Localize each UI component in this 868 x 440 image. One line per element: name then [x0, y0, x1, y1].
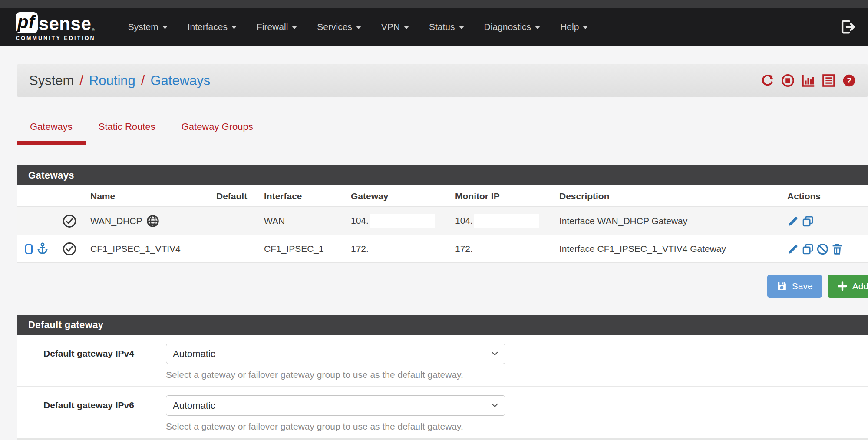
col-select: [17, 185, 52, 207]
breadcrumb-gateways-link[interactable]: Gateways: [150, 73, 210, 89]
tab-gateway-groups[interactable]: Gateway Groups: [168, 121, 266, 145]
edit-pencil-icon[interactable]: [787, 215, 799, 227]
gateway-row-cf1-ipsec: CF1_IPSEC_1_VTIV4 CF1_IPSEC_1 172. 172. …: [17, 235, 868, 263]
default-gateway-ipv6-label: Default gateway IPv6: [43, 395, 166, 432]
tab-static-routes[interactable]: Static Routes: [86, 121, 168, 145]
col-name: Name: [87, 185, 213, 207]
menu-item-interfaces[interactable]: Interfaces: [178, 8, 247, 46]
menu-item-firewall[interactable]: Firewall: [247, 8, 307, 46]
default-cell: [213, 207, 261, 235]
menu-item-diagnostics[interactable]: Diagnostics: [474, 8, 551, 46]
monitor-ip-cell: 172.: [452, 235, 556, 263]
table-actions-row: Save Add: [17, 275, 868, 298]
default-gateway-ipv4-select[interactable]: Automatic: [166, 344, 505, 364]
globe-icon: [146, 215, 159, 228]
name-cell: CF1_IPSEC_1_VTIV4: [87, 235, 213, 263]
log-icon[interactable]: [822, 74, 835, 87]
menu-item-help[interactable]: Help: [550, 8, 598, 46]
form-row-ipv4: Default gateway IPv4 Automatic Select a …: [17, 335, 868, 386]
status-cell: [52, 235, 87, 263]
check-circle-icon: [63, 215, 76, 225]
interface-cell: WAN: [261, 207, 347, 235]
default-gateway-ipv6-help: Select a gateway or failover gateway gro…: [166, 421, 505, 432]
menu-label: Firewall: [257, 22, 288, 32]
col-default: Default: [213, 185, 261, 207]
breadcrumb-system: System: [29, 73, 74, 89]
gateways-table: Name Default Interface Gateway Monitor I…: [17, 185, 868, 263]
logo-registered-mark: ®: [92, 28, 95, 32]
default-gateway-ipv4-help: Select a gateway or failover gateway gro…: [166, 370, 505, 380]
pfsense-logo[interactable]: pfsense® COMMUNITY EDITION: [16, 12, 96, 41]
status-cell: [52, 207, 87, 235]
menu-item-services[interactable]: Services: [307, 8, 371, 46]
row-checkbox[interactable]: [25, 244, 33, 254]
chevron-down-icon: [459, 26, 464, 29]
breadcrumb-separator: /: [79, 73, 83, 89]
save-button[interactable]: Save: [767, 275, 822, 298]
default-gateway-ipv4-label: Default gateway IPv4: [43, 344, 166, 380]
chevron-down-icon: [162, 26, 168, 29]
add-button[interactable]: Add: [828, 275, 868, 298]
menu-label: Interfaces: [188, 22, 228, 32]
check-circle-icon: [63, 243, 76, 253]
row-select-cell: [17, 207, 52, 235]
gateways-panel-title: Gateways: [17, 165, 868, 185]
form-row-ipv6: Default gateway IPv6 Automatic Select a …: [17, 386, 868, 438]
description-cell: Interface WAN_DHCP Gateway: [556, 207, 784, 235]
copy-icon[interactable]: [802, 215, 814, 227]
refresh-icon[interactable]: [761, 74, 774, 87]
chevron-down-icon: [231, 26, 237, 29]
page-content: System / Routing / Gateways: [17, 64, 868, 440]
logo-edition: COMMUNITY EDITION: [16, 36, 96, 41]
logo-sense: sense: [39, 15, 92, 33]
table-header-row: Name Default Interface Gateway Monitor I…: [17, 185, 868, 207]
breadcrumb-separator: /: [141, 73, 145, 89]
menu-label: Services: [317, 22, 352, 32]
gateway-name: WAN_DHCP: [90, 216, 142, 226]
redaction-box: [370, 214, 435, 228]
col-monitor-ip: Monitor IP: [452, 185, 556, 207]
sign-out-icon[interactable]: [840, 19, 856, 35]
breadcrumb-routing-link[interactable]: Routing: [89, 73, 135, 89]
default-gateway-ipv6-select[interactable]: Automatic: [166, 395, 505, 416]
save-button-label: Save: [792, 281, 813, 291]
menu-item-vpn[interactable]: VPN: [371, 8, 419, 46]
ban-icon[interactable]: [817, 243, 828, 255]
svg-text:?: ?: [847, 76, 851, 85]
menu-item-status[interactable]: Status: [419, 8, 474, 46]
menu-label: Status: [429, 22, 455, 32]
copy-icon[interactable]: [802, 243, 814, 255]
col-status: [52, 185, 87, 207]
logo-pf: pf: [16, 12, 38, 33]
navbar: pfsense® COMMUNITY EDITION System Interf…: [0, 8, 868, 46]
tab-gateways[interactable]: Gateways: [17, 121, 86, 145]
chart-bar-icon[interactable]: [802, 74, 815, 87]
menu-item-system[interactable]: System: [118, 8, 178, 46]
gateway-row-wan-dhcp: WAN_DHCP WAN: [17, 207, 868, 235]
chevron-down-icon: [404, 26, 409, 29]
page-bottom-strip: [17, 438, 868, 440]
chevron-down-icon: [535, 26, 540, 29]
gateway-cell: 104.: [347, 207, 452, 235]
menu-label: VPN: [381, 22, 400, 32]
add-button-label: Add: [852, 281, 868, 291]
description-cell: Interface CF1_IPSEC_1_VTIV4 Gateway: [556, 235, 784, 263]
actions-cell: [784, 207, 868, 235]
tab-bar: Gateways Static Routes Gateway Groups: [17, 121, 868, 145]
edit-pencil-icon[interactable]: [787, 243, 799, 255]
actions-cell: [784, 235, 868, 263]
col-actions: Actions: [784, 185, 868, 207]
plus-icon: [837, 281, 848, 291]
main-menu: System Interfaces Firewall Services VPN …: [118, 8, 598, 46]
col-gateway: Gateway: [347, 185, 452, 207]
trash-icon[interactable]: [832, 243, 843, 255]
help-circle-icon[interactable]: ?: [842, 74, 856, 87]
chevron-down-icon: [356, 26, 361, 29]
interface-cell: CF1_IPSEC_1: [261, 235, 347, 263]
menu-label: Diagnostics: [484, 22, 531, 32]
default-cell: [213, 235, 261, 263]
gateway-ip: 104.: [351, 215, 369, 225]
chevron-down-icon: [583, 26, 588, 29]
gateway-cell: 172.: [347, 235, 452, 263]
stop-icon[interactable]: [781, 74, 795, 87]
